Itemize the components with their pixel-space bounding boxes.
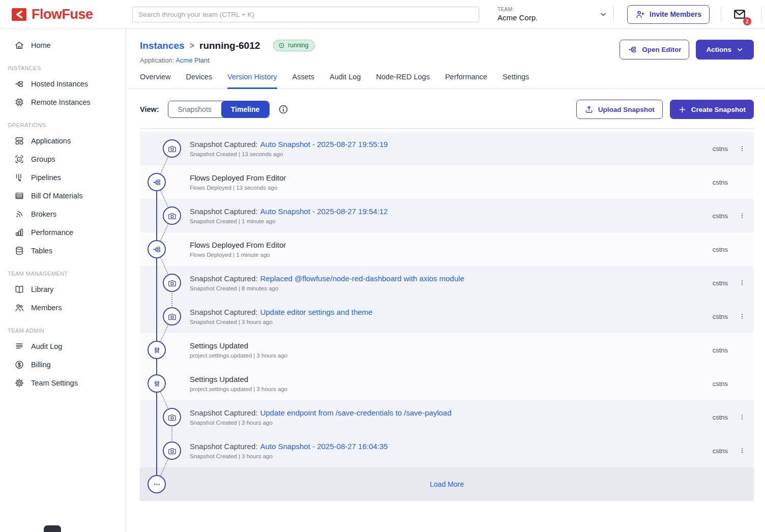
row-meta: Snapshot Created | 1 minute ago bbox=[190, 218, 388, 224]
actions-button[interactable]: Actions bbox=[696, 40, 754, 60]
sidebar-item-pipelines[interactable]: Pipelines bbox=[0, 168, 126, 187]
load-more-row: Load More bbox=[140, 467, 754, 501]
settings-icon bbox=[14, 378, 24, 388]
view-label: View: bbox=[140, 105, 159, 113]
snapshot-link[interactable]: Auto Snapshot - 2025-08-27 16:04:35 bbox=[260, 442, 388, 451]
row-meta: project.settings.updated | 3 hours ago bbox=[190, 352, 287, 359]
snapshot-link[interactable]: Update endpoint from /save-credentials t… bbox=[260, 408, 451, 417]
sidebar-item-label: Hosted Instances bbox=[31, 80, 88, 88]
info-icon[interactable] bbox=[278, 104, 288, 114]
row-title-prefix: Snapshot Captured: bbox=[190, 274, 257, 283]
row-title-prefix: Snapshot Captured: bbox=[190, 207, 257, 216]
snapshot-link[interactable]: Update editor settings and theme bbox=[260, 308, 372, 316]
row-user: cstns bbox=[713, 212, 728, 220]
sidebar-item-label: Team Settings bbox=[31, 379, 78, 387]
row-title: Settings Updated bbox=[190, 341, 248, 350]
row-title-prefix: Snapshot Captured: bbox=[190, 408, 257, 417]
row-meta: Snapshot Created | 3 hours ago bbox=[190, 453, 388, 459]
tab-version-history[interactable]: Version History bbox=[227, 73, 277, 89]
row-meta: Snapshot Created | 3 hours ago bbox=[190, 319, 372, 325]
breadcrumb-instances-link[interactable]: Instances bbox=[140, 40, 185, 51]
row-user: cstns bbox=[713, 279, 728, 287]
timeline-row: Snapshot Captured:Update editor settings… bbox=[140, 300, 754, 333]
sidebar-item-billing[interactable]: Billing bbox=[0, 356, 126, 374]
application-link[interactable]: Acme Plant bbox=[175, 56, 209, 64]
sidebar-item-home[interactable]: Home bbox=[0, 36, 126, 54]
timeline-row: Snapshot Captured:Replaced @flowfuse/nod… bbox=[140, 266, 754, 300]
sidebar-item-bill-of-materials[interactable]: Bill Of Materials bbox=[0, 187, 126, 205]
page-header: Instances > running-6012 running Applica… bbox=[127, 29, 765, 64]
brand-logo[interactable]: FlowFuse bbox=[0, 7, 126, 22]
bill-of-materials-icon bbox=[14, 191, 24, 201]
sidebar-item-groups[interactable]: Groups bbox=[0, 150, 126, 168]
view-option-timeline[interactable]: Timeline bbox=[221, 101, 270, 117]
snapshot-link[interactable]: Replaced @flowfuse/node-red-dashboard wi… bbox=[260, 274, 464, 283]
sidebar-item-remote-instances[interactable]: Remote Instances bbox=[0, 93, 126, 111]
pipelines-icon bbox=[14, 172, 24, 183]
snapshot-link[interactable]: Auto Snapshot - 2025-08-27 19:54:12 bbox=[260, 207, 388, 216]
row-menu-button[interactable] bbox=[739, 412, 746, 422]
sidebar-section-label: OPERATIONS bbox=[0, 111, 126, 132]
sidebar-item-tables[interactable]: Tables bbox=[0, 242, 126, 260]
tab-overview[interactable]: Overview bbox=[140, 73, 170, 89]
kebab-icon bbox=[739, 312, 746, 321]
sidebar-item-applications[interactable]: Applications bbox=[0, 132, 126, 150]
row-menu-button[interactable] bbox=[739, 446, 746, 456]
tab-assets[interactable]: Assets bbox=[292, 73, 315, 89]
tab-bar: OverviewDevicesVersion HistoryAssetsAudi… bbox=[127, 73, 765, 89]
chevron-down-icon bbox=[599, 10, 607, 18]
row-meta: Snapshot Created | 13 seconds ago bbox=[190, 151, 388, 157]
tab-settings[interactable]: Settings bbox=[503, 73, 529, 89]
sidebar-section-label: TEAM MANAGEMENT bbox=[0, 260, 126, 280]
create-snapshot-button[interactable]: Create Snapshot bbox=[670, 100, 754, 119]
row-meta: project.settings.updated | 3 hours ago bbox=[190, 386, 287, 392]
tab-audit-log[interactable]: Audit Log bbox=[330, 73, 361, 89]
timeline-row: Settings Updatedproject.settings.updated… bbox=[140, 367, 754, 400]
tab-devices[interactable]: Devices bbox=[186, 73, 212, 89]
snapshot-link[interactable]: Auto Snapshot - 2025-08-27 19:55:19 bbox=[260, 140, 388, 149]
timeline-row: Settings Updatedproject.settings.updated… bbox=[140, 333, 754, 367]
row-user: cstns bbox=[713, 313, 728, 320]
row-user: cstns bbox=[713, 413, 728, 421]
sidebar-item-audit-log[interactable]: Audit Log bbox=[0, 337, 126, 356]
sidebar-item-performance[interactable]: Performance bbox=[0, 223, 126, 242]
audit-log-icon bbox=[14, 341, 24, 351]
sidebar-item-label: Home bbox=[31, 41, 51, 49]
row-menu-button[interactable] bbox=[739, 211, 746, 221]
sidebar-item-library[interactable]: Library bbox=[0, 280, 126, 299]
open-editor-button[interactable]: Open Editor bbox=[620, 40, 689, 60]
load-more-link[interactable]: Load More bbox=[430, 480, 464, 488]
sidebar-item-members[interactable]: Members bbox=[0, 299, 126, 317]
row-menu-button[interactable] bbox=[739, 143, 746, 154]
timeline-row: Snapshot Captured:Auto Snapshot - 2025-0… bbox=[140, 132, 754, 165]
applications-icon bbox=[14, 136, 24, 146]
row-user: cstns bbox=[713, 346, 728, 354]
upload-snapshot-button[interactable]: Upload Snapshot bbox=[576, 100, 663, 119]
sidebar-item-label: Applications bbox=[31, 137, 71, 145]
row-menu-button[interactable] bbox=[739, 311, 746, 321]
chip-icon bbox=[14, 97, 24, 107]
row-user: cstns bbox=[713, 145, 728, 153]
kebab-icon bbox=[739, 412, 746, 422]
invite-members-button[interactable]: Invite Members bbox=[627, 5, 710, 24]
row-menu-button[interactable] bbox=[739, 278, 746, 288]
row-title: Settings Updated bbox=[190, 375, 248, 383]
notifications-button[interactable]: 2 bbox=[732, 8, 747, 21]
search-input[interactable] bbox=[132, 7, 479, 22]
sidebar-item-label: Billing bbox=[31, 361, 51, 369]
sidebar-item-hosted-instances[interactable]: Hosted Instances bbox=[0, 75, 126, 93]
sidebar-item-team-settings[interactable]: Team Settings bbox=[0, 374, 126, 392]
tab-performance[interactable]: Performance bbox=[445, 73, 487, 89]
node-editor-icon bbox=[628, 45, 637, 54]
team-name: Acme Corp. bbox=[497, 13, 538, 22]
brand-name: FlowFuse bbox=[32, 7, 93, 22]
breadcrumb-separator: > bbox=[190, 41, 194, 50]
timeline-row: Snapshot Captured:Update endpoint from /… bbox=[140, 400, 754, 434]
timeline-row: Snapshot Captured:Auto Snapshot - 2025-0… bbox=[140, 434, 754, 467]
team-selector[interactable]: TEAM: Acme Corp. bbox=[497, 7, 607, 22]
timeline-row: Snapshot Captured:Auto Snapshot - 2025-0… bbox=[140, 199, 754, 232]
performance-icon bbox=[14, 227, 24, 238]
tab-node-red-logs[interactable]: Node-RED Logs bbox=[376, 73, 430, 89]
sidebar-item-brokers[interactable]: Brokers bbox=[0, 205, 126, 223]
view-option-snapshots[interactable]: Snapshots bbox=[168, 101, 221, 117]
